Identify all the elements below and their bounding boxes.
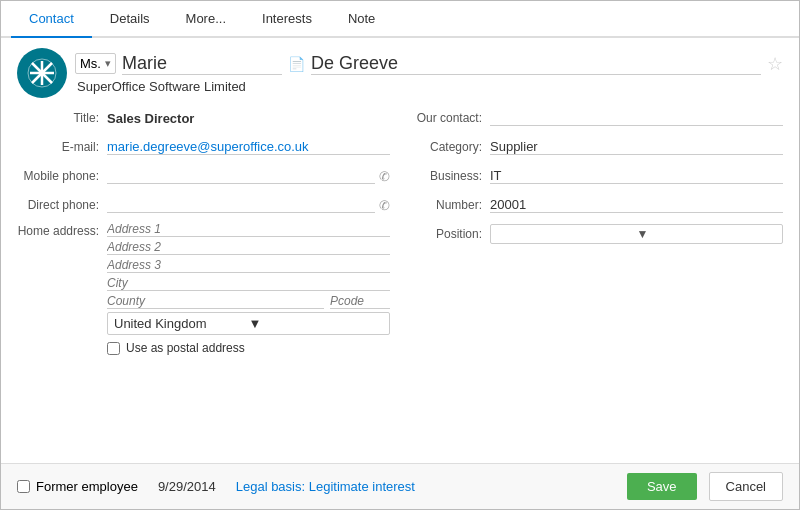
cancel-button[interactable]: Cancel: [709, 472, 783, 501]
home-address-row: Home address: United Kingdom ▼: [17, 222, 390, 355]
tab-interests[interactable]: Interests: [244, 1, 330, 38]
county-input[interactable]: [107, 294, 324, 309]
email-row: E-mail: marie.degreeve@superoffice.co.uk: [17, 135, 390, 159]
star-icon[interactable]: ☆: [767, 53, 783, 75]
footer: Former employee 9/29/2014 Legal basis: L…: [1, 463, 799, 509]
tab-more[interactable]: More...: [168, 1, 244, 38]
country-arrow-icon: ▼: [249, 316, 384, 331]
former-employee-checkbox[interactable]: [17, 480, 30, 493]
position-arrow-icon: ▼: [637, 227, 777, 241]
country-value: United Kingdom: [114, 316, 249, 331]
pcode-input[interactable]: [330, 294, 390, 309]
address-inputs: United Kingdom ▼ Use as postal address: [107, 222, 390, 355]
legal-basis-link[interactable]: Legal basis: Legitimate interest: [236, 479, 415, 494]
country-dropdown[interactable]: United Kingdom ▼: [107, 312, 390, 335]
former-employee-section: Former employee: [17, 479, 138, 494]
left-column: Title: Sales Director E-mail: marie.degr…: [17, 106, 390, 358]
position-label: Position:: [410, 227, 490, 241]
footer-date: 9/29/2014: [158, 479, 216, 494]
header-row: Ms. ▾ 📄 ☆ SuperOffice Software Limited: [17, 48, 783, 98]
mobile-row: Mobile phone: ✆: [17, 164, 390, 188]
category-label: Category:: [410, 140, 490, 154]
postal-checkbox[interactable]: [107, 342, 120, 355]
firstname-input[interactable]: [122, 53, 282, 75]
lastname-input[interactable]: [311, 53, 761, 75]
our-contact-label: Our contact:: [410, 111, 490, 125]
mobile-input[interactable]: [107, 168, 375, 184]
number-label: Number:: [410, 198, 490, 212]
salutation-arrow-icon: ▾: [105, 57, 111, 70]
position-dropdown[interactable]: ▼: [490, 224, 783, 244]
phone-icon: ✆: [379, 169, 390, 184]
direct-phone-field: ✆: [107, 197, 390, 213]
city-input[interactable]: [107, 276, 390, 291]
direct-label: Direct phone:: [17, 198, 107, 212]
number-row: Number:: [410, 193, 783, 217]
salutation-dropdown[interactable]: Ms. ▾: [75, 53, 116, 74]
former-employee-label: Former employee: [36, 479, 138, 494]
address2-input[interactable]: [107, 240, 390, 255]
our-contact-input[interactable]: [490, 110, 783, 126]
right-column: Our contact: Category: Business: Number:: [410, 106, 783, 358]
avatar: [17, 48, 67, 98]
postal-checkbox-row: Use as postal address: [107, 341, 390, 355]
tab-contact[interactable]: Contact: [11, 1, 92, 38]
main-content: Ms. ▾ 📄 ☆ SuperOffice Software Limited T…: [1, 38, 799, 463]
tab-details[interactable]: Details: [92, 1, 168, 38]
our-contact-row: Our contact:: [410, 106, 783, 130]
home-address-label: Home address:: [17, 222, 107, 238]
title-label: Title:: [17, 111, 107, 125]
mobile-label: Mobile phone:: [17, 169, 107, 183]
title-value: Sales Director: [107, 111, 390, 126]
direct-row: Direct phone: ✆: [17, 193, 390, 217]
postal-label: Use as postal address: [126, 341, 245, 355]
direct-phone-icon: ✆: [379, 198, 390, 213]
contact-dialog: Contact Details More... Interests Note: [0, 0, 800, 510]
id-card-icon[interactable]: 📄: [288, 56, 305, 72]
business-input[interactable]: [490, 168, 783, 184]
tab-bar: Contact Details More... Interests Note: [1, 1, 799, 38]
address1-input[interactable]: [107, 222, 390, 237]
save-button[interactable]: Save: [627, 473, 697, 500]
business-label: Business:: [410, 169, 490, 183]
company-name[interactable]: SuperOffice Software Limited: [75, 79, 783, 94]
mobile-phone-field: ✆: [107, 168, 390, 184]
number-input[interactable]: [490, 197, 783, 213]
category-input[interactable]: [490, 139, 783, 155]
form-area: Title: Sales Director E-mail: marie.degr…: [17, 106, 783, 358]
category-row: Category:: [410, 135, 783, 159]
direct-input[interactable]: [107, 197, 375, 213]
name-block: Ms. ▾ 📄 ☆ SuperOffice Software Limited: [75, 53, 783, 94]
tab-note[interactable]: Note: [330, 1, 393, 38]
email-link[interactable]: marie.degreeve@superoffice.co.uk: [107, 139, 390, 155]
email-label: E-mail:: [17, 140, 107, 154]
address3-input[interactable]: [107, 258, 390, 273]
name-row: Ms. ▾ 📄 ☆: [75, 53, 783, 75]
salutation-value: Ms.: [80, 56, 101, 71]
title-row: Title: Sales Director: [17, 106, 390, 130]
county-pcode-row: [107, 294, 390, 309]
business-row: Business:: [410, 164, 783, 188]
position-row: Position: ▼: [410, 222, 783, 246]
